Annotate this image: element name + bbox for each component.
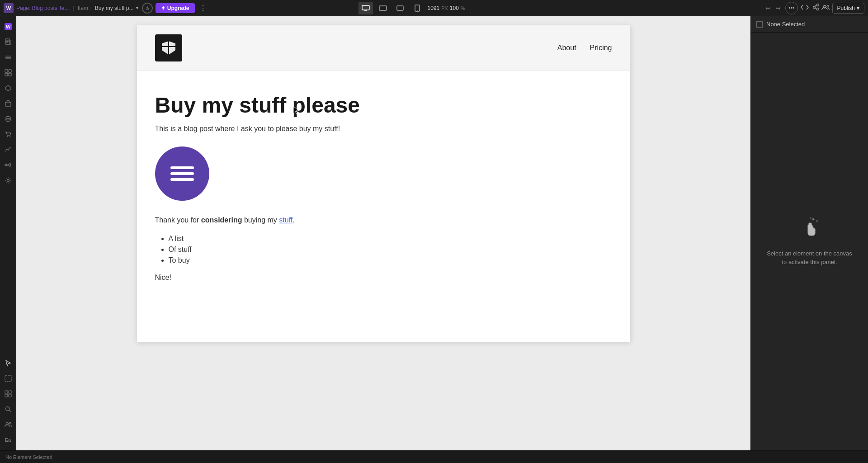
zoom-unit: % [461, 5, 465, 11]
breadcrumb-page-link[interactable]: Blog posts Te... [32, 5, 69, 11]
svg-rect-23 [9, 73, 11, 76]
svg-rect-20 [5, 70, 8, 72]
blog-bold-text: considering [201, 216, 242, 224]
search-tool-icon[interactable] [1, 402, 15, 416]
svg-text:W: W [6, 24, 11, 29]
top-bar-left: W Page: Blog posts Te... | Item: Buy my … [4, 3, 208, 14]
svg-rect-35 [5, 391, 8, 393]
site-logo [155, 34, 182, 61]
width-unit: PX [441, 5, 448, 11]
users-icon[interactable] [1, 418, 15, 431]
zoom-value: 100 [450, 5, 459, 11]
code-button[interactable] [801, 4, 809, 12]
svg-rect-38 [9, 394, 11, 397]
list-item: To buy [169, 256, 612, 265]
list-item: A list [169, 235, 612, 243]
mobile-view-btn[interactable] [410, 2, 425, 14]
svg-point-47 [816, 220, 818, 222]
more-options-button[interactable]: ⋮ [198, 4, 208, 12]
right-panel-header: None Selected [751, 16, 868, 33]
nav-about[interactable]: About [557, 44, 576, 52]
svg-line-32 [7, 165, 10, 166]
svg-point-10 [827, 5, 829, 7]
canvas-frame: About Pricing Buy my stuff please This i… [137, 25, 630, 342]
sidebar-item-cms[interactable] [1, 112, 15, 126]
sidebar-item-assets[interactable] [1, 97, 15, 110]
breadcrumb-dropdown-btn[interactable]: ▾ [135, 5, 139, 10]
sidebar-item-add[interactable] [1, 66, 15, 80]
top-bar-right: ↩ ↪ ••• Publish ▾ [764, 2, 864, 14]
grid-layout-icon[interactable] [1, 387, 15, 401]
none-selected-checkbox[interactable] [756, 21, 763, 28]
breadcrumb-separator: | [73, 5, 74, 11]
svg-point-48 [810, 217, 811, 219]
status-bar: No Element Selected [0, 450, 868, 463]
svg-point-30 [9, 166, 11, 167]
sidebar-item-layers[interactable] [1, 51, 15, 64]
svg-point-6 [417, 10, 418, 11]
sidebar-item-ecommerce[interactable] [1, 128, 15, 141]
top-bar-center: 1091 PX 100 % [359, 2, 465, 14]
save-status-icon: ◷ [142, 3, 153, 14]
left-sidebar: W [0, 16, 16, 450]
blog-list: A list Of stuff To buy [155, 235, 612, 265]
redo-button[interactable]: ↪ [774, 4, 783, 13]
tablet-landscape-btn[interactable] [393, 2, 407, 14]
sidebar-item-logic[interactable] [1, 158, 15, 172]
top-bar: W Page: Blog posts Te... | Item: Buy my … [0, 0, 868, 16]
breadcrumb-page: Page: Blog posts Te... [16, 5, 69, 11]
blog-image [155, 146, 209, 201]
svg-point-29 [9, 163, 11, 165]
svg-point-25 [6, 117, 10, 119]
webflow-logo-icon[interactable]: W [4, 3, 14, 13]
sidebar-item-settings[interactable] [1, 174, 15, 187]
svg-point-41 [6, 423, 8, 425]
blog-link-stuff[interactable]: stuff [279, 216, 292, 224]
collaborators-button[interactable] [821, 4, 830, 12]
click-cursor-icon [800, 217, 820, 242]
select-tool-icon[interactable] [1, 356, 15, 370]
breadcrumb: Page: Blog posts Te... | Item: Buy my st… [16, 5, 139, 11]
panel-hint: Select an element on the canvas to activ… [767, 249, 852, 267]
site-nav-links: About Pricing [557, 44, 612, 52]
more-circle-btn[interactable]: ••• [785, 2, 798, 14]
sidebar-item-interactions[interactable] [1, 143, 15, 156]
nav-pricing[interactable]: Pricing [590, 44, 612, 52]
sidebar-item-components[interactable] [1, 81, 15, 95]
right-panel: None Selected Select an element on the c… [750, 16, 868, 450]
sidebar-item-logo[interactable]: W [1, 20, 15, 33]
svg-rect-4 [397, 6, 403, 10]
publish-dropdown-arrow: ▾ [857, 5, 859, 11]
share-button[interactable] [811, 4, 819, 13]
svg-point-27 [9, 136, 10, 137]
svg-rect-24 [5, 102, 11, 106]
svg-rect-36 [9, 391, 11, 393]
publish-button[interactable]: Publish ▾ [832, 3, 864, 14]
sidebar-item-pages[interactable] [1, 35, 15, 49]
width-value: 1091 [427, 5, 439, 11]
svg-point-46 [812, 218, 814, 220]
svg-point-28 [5, 164, 7, 166]
svg-rect-21 [9, 70, 11, 72]
status-message: No Element Selected [5, 454, 52, 460]
ea-badge: Ea [1, 433, 15, 447]
svg-rect-3 [379, 6, 387, 10]
svg-rect-37 [5, 394, 8, 397]
svg-line-31 [7, 164, 10, 165]
blog-closing-text: Nice! [155, 274, 612, 282]
canvas-area[interactable]: About Pricing Buy my stuff please This i… [16, 16, 750, 450]
svg-rect-34 [5, 375, 11, 382]
desktop-view-btn[interactable] [359, 2, 373, 14]
none-selected-label: None Selected [766, 21, 805, 28]
landscape-view-btn[interactable] [376, 2, 390, 14]
svg-line-40 [9, 411, 11, 412]
upgrade-button[interactable]: ✦ Upgrade [156, 3, 194, 13]
undo-button[interactable]: ↩ [764, 4, 773, 13]
svg-point-26 [7, 136, 8, 137]
site-navigation: About Pricing [137, 25, 630, 71]
component-insert-icon[interactable] [1, 372, 15, 385]
blog-title: Buy my stuff please [155, 94, 612, 118]
breadcrumb-item: Item: Buy my stuff p... ▾ [78, 5, 140, 11]
blog-body-text: Thank you for considering buying my stuf… [155, 214, 612, 226]
svg-point-33 [7, 180, 9, 182]
